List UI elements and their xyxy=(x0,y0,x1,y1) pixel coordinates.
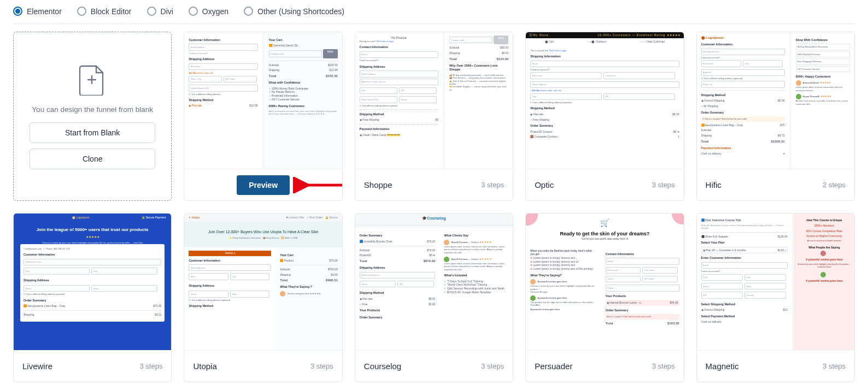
tab-label: Block Editor xyxy=(91,7,132,16)
builder-tabs: Elementor Block Editor Divi Oxygen Other… xyxy=(13,7,855,24)
template-steps: 3 steps xyxy=(481,362,504,370)
template-card-optic[interactable]: ⬛ My Store15,000+ Customers — Excellent … xyxy=(525,32,684,201)
template-thumbnail: Customer Information Email address Creat… xyxy=(184,32,342,169)
radio-icon xyxy=(77,7,86,16)
tab-divi[interactable]: Divi xyxy=(147,7,173,16)
template-thumbnail: ⬛ My Store15,000+ Customers — Excellent … xyxy=(526,32,683,169)
template-thumbnail: ⬤ Logoipsum🔒 Secure Payment Join the lea… xyxy=(14,214,171,350)
tab-oxygen[interactable]: Oxygen xyxy=(189,7,228,16)
template-card-livewire[interactable]: ⬤ Logoipsum🔒 Secure Payment Join the lea… xyxy=(13,213,172,382)
template-footer: Magnetic 3 steps xyxy=(697,350,854,382)
blank-text: You can design the funnel from blank xyxy=(32,105,153,114)
template-steps: 3 steps xyxy=(652,362,675,370)
template-name: Magnetic xyxy=(706,362,739,371)
radio-icon xyxy=(147,7,156,16)
template-name: Persuader xyxy=(535,362,572,371)
template-thumbnail: 🎓Courselog Order Summary 🟦 Incredible Br… xyxy=(355,214,513,350)
radio-icon xyxy=(244,7,253,16)
tab-label: Other (Using Shortcodes) xyxy=(257,7,344,16)
plus-file-icon xyxy=(79,64,106,96)
template-steps: 2 steps xyxy=(823,181,846,189)
template-steps: 3 steps xyxy=(139,362,162,370)
arrow-annotation-icon xyxy=(293,177,343,193)
template-name: Hific xyxy=(706,180,722,189)
template-name: Utopia xyxy=(193,362,216,371)
template-thumbnail: 🛒 Ready to get the skin of your dreams? … xyxy=(526,214,683,350)
template-footer: Persuader 3 steps xyxy=(526,350,683,382)
template-name: Livewire xyxy=(22,362,52,371)
template-footer-hovered: Preview xyxy=(184,169,342,200)
template-name: Shoppe xyxy=(364,180,392,189)
template-steps: 3 steps xyxy=(652,181,675,189)
template-card-hific[interactable]: ⬤ Logoipsum Customer Information hific@g… xyxy=(696,32,855,201)
template-thumbnail: 🟦 Your Awesome Course Title Write the de… xyxy=(697,214,854,350)
cart-icon: 🛒 xyxy=(529,218,680,228)
template-footer: Shoppe 3 steps xyxy=(355,169,513,200)
template-footer: Courselog 3 steps xyxy=(355,350,513,382)
template-card-persuader[interactable]: 🛒 Ready to get the skin of your dreams? … xyxy=(525,213,684,382)
template-footer: Hific 2 steps xyxy=(697,169,854,200)
tab-block-editor[interactable]: Block Editor xyxy=(77,7,132,16)
radio-icon xyxy=(13,7,22,16)
template-card-shoppe[interactable]: 🛍 Shoppe Having account? Click here to l… xyxy=(355,32,513,201)
tab-other[interactable]: Other (Using Shortcodes) xyxy=(244,7,344,16)
template-thumbnail: ⬤ Logoipsum Customer Information hific@g… xyxy=(697,32,854,169)
template-card-hovered[interactable]: Customer Information Email address Creat… xyxy=(184,32,342,201)
template-grid: You can design the funnel from blank Sta… xyxy=(13,32,855,382)
tab-label: Oxygen xyxy=(202,7,228,16)
template-steps: 3 steps xyxy=(310,362,333,370)
template-steps: 3 steps xyxy=(481,181,504,189)
template-card-magnetic[interactable]: 🟦 Your Awesome Course Title Write the de… xyxy=(696,213,855,382)
template-footer: Livewire 3 steps xyxy=(14,350,171,382)
preview-button[interactable]: Preview xyxy=(237,175,290,195)
radio-icon xyxy=(189,7,198,16)
tab-label: Divi xyxy=(161,7,173,16)
template-footer: Optic 3 steps xyxy=(526,169,683,200)
template-name: Courselog xyxy=(364,362,401,371)
template-thumbnail: 🛍 Shoppe Having account? Click here to l… xyxy=(355,32,513,169)
template-card-utopia[interactable]: ✦ Utopia✱ Limited Offer ✓ Best Seller 🔒 … xyxy=(184,213,342,382)
start-from-blank-button[interactable]: Start from Blank xyxy=(30,122,155,143)
blank-card: You can design the funnel from blank Sta… xyxy=(13,32,172,201)
template-thumbnail: ✦ Utopia✱ Limited Offer ✓ Best Seller 🔒 … xyxy=(184,214,342,350)
template-card-courselog[interactable]: 🎓Courselog Order Summary 🟦 Incredible Br… xyxy=(355,213,513,382)
tab-label: Elementor xyxy=(27,7,62,16)
tab-elementor[interactable]: Elementor xyxy=(13,7,62,16)
clone-button[interactable]: Clone xyxy=(30,149,155,169)
template-steps: 3 steps xyxy=(823,362,846,370)
template-footer: Utopia 3 steps xyxy=(184,350,342,382)
template-name: Optic xyxy=(535,180,554,189)
